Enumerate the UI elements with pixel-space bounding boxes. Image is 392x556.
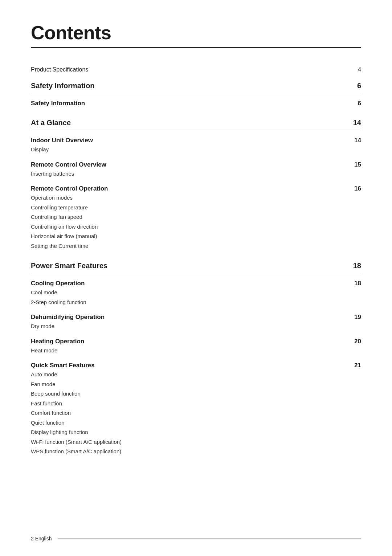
item-auto-mode: Auto mode bbox=[31, 370, 361, 380]
subsection-quick-smart-features: Quick Smart Features 21 bbox=[31, 358, 361, 370]
item-controlling-fan-speed: Controlling fan speed bbox=[31, 212, 361, 222]
item-wps-function: WPS function (Smart A/C application) bbox=[31, 447, 361, 457]
subsection-safety-info-title: Safety Information bbox=[31, 100, 85, 107]
subsection-cooling-operation-title: Cooling Operation bbox=[31, 280, 85, 287]
subsection-dehumidifying-title: Dehumidifying Operation bbox=[31, 314, 105, 321]
section-power-smart-header: Power Smart Features 18 bbox=[31, 257, 361, 273]
item-comfort-function: Comfort function bbox=[31, 408, 361, 418]
subsection-remote-control-overview: Remote Control Overview 15 bbox=[31, 158, 361, 169]
section-safety-subsections: Safety Information 6 bbox=[31, 96, 361, 108]
footer-page-number: 2 bbox=[31, 536, 34, 541]
subsection-remote-control-operation-page: 16 bbox=[354, 185, 361, 192]
toc-entry-product-specs: Product Specifications 4 bbox=[31, 63, 361, 77]
item-cool-mode: Cool mode bbox=[31, 288, 361, 298]
item-beep-sound: Beep sound function bbox=[31, 389, 361, 399]
subsection-heating-operation: Heating Operation 20 bbox=[31, 334, 361, 346]
section-at-a-glance: At a Glance 14 Indoor Unit Overview 14 D… bbox=[31, 114, 361, 251]
item-wifi-function: Wi-Fi function (Smart A/C application) bbox=[31, 437, 361, 447]
item-horizontal-air-flow: Horizontal air flow (manual) bbox=[31, 232, 361, 241]
section-at-a-glance-title: At a Glance bbox=[31, 119, 71, 127]
item-fast-function: Fast function bbox=[31, 399, 361, 409]
subsection-heating-page: 20 bbox=[354, 338, 361, 345]
toc-entry-product-specs-text: Product Specifications bbox=[31, 66, 88, 73]
item-display: Display bbox=[31, 145, 361, 155]
subsection-indoor-unit-page: 14 bbox=[354, 137, 361, 144]
subsection-indoor-unit-title: Indoor Unit Overview bbox=[31, 137, 93, 144]
footer-line bbox=[58, 539, 361, 539]
subsection-heating-title: Heating Operation bbox=[31, 338, 84, 345]
subsection-indoor-unit: Indoor Unit Overview 14 bbox=[31, 133, 361, 145]
item-controlling-temperature: Controlling temperature bbox=[31, 203, 361, 213]
subsection-dehumidifying-operation: Dehumidifying Operation 19 bbox=[31, 310, 361, 322]
subsection-remote-control-overview-page: 15 bbox=[354, 161, 361, 168]
section-power-smart-title: Power Smart Features bbox=[31, 262, 107, 270]
toc-simple-entries: Product Specifications 4 bbox=[31, 63, 361, 77]
item-display-lighting: Display lighting function bbox=[31, 428, 361, 437]
subsection-cooling-operation: Cooling Operation 18 bbox=[31, 276, 361, 288]
footer-language: English bbox=[35, 536, 52, 541]
section-power-smart-features: Power Smart Features 18 Cooling Operatio… bbox=[31, 257, 361, 457]
item-2step-cooling: 2-Step cooling function bbox=[31, 298, 361, 307]
section-safety-information: Safety Information 6 Safety Information … bbox=[31, 77, 361, 108]
subsection-dehumidifying-page: 19 bbox=[354, 314, 361, 321]
page-footer: 2 English bbox=[31, 536, 361, 541]
item-dry-mode: Dry mode bbox=[31, 322, 361, 331]
subsection-safety-info-page: 6 bbox=[358, 100, 361, 107]
item-operation-modes: Operation modes bbox=[31, 193, 361, 203]
section-safety-title: Safety Information bbox=[31, 82, 95, 90]
subsection-quick-smart-page: 21 bbox=[354, 362, 361, 369]
item-setting-current-time: Setting the Current time bbox=[31, 241, 361, 251]
item-quiet-function: Quiet function bbox=[31, 418, 361, 428]
section-power-smart-page: 18 bbox=[353, 262, 361, 270]
subsection-remote-control-operation: Remote Control Operation 16 bbox=[31, 181, 361, 193]
title-divider bbox=[31, 47, 361, 48]
subsection-quick-smart-title: Quick Smart Features bbox=[31, 362, 95, 369]
section-safety-page: 6 bbox=[357, 82, 361, 90]
section-at-a-glance-page: 14 bbox=[353, 119, 361, 127]
item-fan-mode: Fan mode bbox=[31, 380, 361, 389]
subsection-remote-control-operation-title: Remote Control Operation bbox=[31, 185, 108, 192]
page-title: Contents bbox=[31, 22, 361, 44]
section-at-a-glance-header: At a Glance 14 bbox=[31, 114, 361, 130]
item-controlling-air-flow: Controlling air flow direction bbox=[31, 222, 361, 232]
section-safety-header: Safety Information 6 bbox=[31, 77, 361, 93]
subsection-safety-info: Safety Information 6 bbox=[31, 96, 361, 108]
item-heat-mode: Heat mode bbox=[31, 346, 361, 356]
toc-entry-product-specs-page: 4 bbox=[358, 66, 361, 73]
footer-page-label: 2 English bbox=[31, 536, 52, 541]
item-inserting-batteries: Inserting batteries bbox=[31, 169, 361, 179]
subsection-cooling-operation-page: 18 bbox=[354, 280, 361, 287]
subsection-remote-control-overview-title: Remote Control Overview bbox=[31, 161, 106, 168]
